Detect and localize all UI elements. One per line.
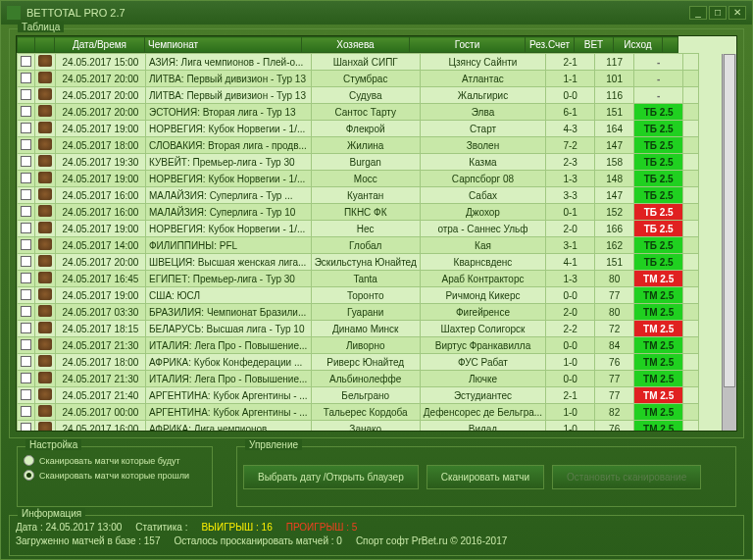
cell-result: ТМ 2.5 [634,321,683,337]
row-icon [38,72,52,83]
cell-champ: НОРВЕГИЯ: Кубок Норвегии - 1/... [146,121,312,137]
table-row[interactable]: 24.05.2017 19:00НОРВЕГИЯ: Кубок Норвегии… [18,171,699,187]
row-checkbox[interactable] [21,173,31,183]
table-row[interactable]: 24.05.2017 15:00АЗИЯ: Лига чемпионов - П… [18,54,699,71]
cell-bet: 80 [595,304,634,321]
row-checkbox[interactable] [21,223,31,233]
row-checkbox[interactable] [21,339,31,350]
table-row[interactable]: 24.05.2017 21:30ИТАЛИЯ: Лега Про - Повыш… [18,371,699,387]
table-row[interactable]: 24.05.2017 19:30КУВЕЙТ: Премьер-лига - Т… [18,154,699,171]
cell-bet: 151 [595,104,634,121]
row-checkbox[interactable] [21,373,31,383]
col-icon[interactable] [35,37,55,53]
cell-score: 2-1 [546,387,595,404]
table-row[interactable]: 24.05.2017 14:00ФИЛИППИНЫ: PFLГлобалКая3… [18,237,699,254]
cell-result: ТБ 2.5 [634,154,683,171]
row-checkbox[interactable] [21,356,31,367]
radio-future[interactable]: Сканировать матчи которые будут [24,455,206,466]
stop-button[interactable]: Остановить сканирование [552,465,701,489]
row-checkbox[interactable] [21,239,31,250]
row-icon [38,105,52,117]
table-row[interactable]: 24.05.2017 16:00МАЛАЙЗИЯ: Суперлига - Ту… [18,187,699,204]
table-row[interactable]: 24.05.2017 18:15БЕЛАРУСЬ: Высшая лига - … [18,321,699,337]
cell-score: 3-3 [546,187,595,204]
table-row[interactable]: 24.05.2017 19:00США: ЮСЛТоронтоРичмонд К… [18,287,699,304]
cell-date: 24.05.2017 20:00 [56,104,146,121]
table-row[interactable]: 24.05.2017 20:00ЛИТВА: Первый дивизион -… [18,71,699,87]
col-bet[interactable]: BET [575,37,614,53]
cell-date: 24.05.2017 21:30 [56,371,146,387]
titlebar[interactable]: BETTOTAL PRO 2.7 _ □ ✕ [1,1,752,25]
cell-champ: АЗИЯ: Лига чемпионов - Плей-о... [146,54,312,71]
cell-champ: ИТАЛИЯ: Лега Про - Повышение... [146,337,312,354]
table-row[interactable]: 24.05.2017 20:00ЛИТВА: Первый дивизион -… [18,87,699,104]
cell-date: 24.05.2017 20:00 [56,87,146,104]
col-home[interactable]: Хозяева [302,37,410,53]
row-checkbox[interactable] [21,256,31,267]
browse-button[interactable]: Выбрать дату /Открыть блаузер [243,465,419,489]
cell-home: Флекрой [311,121,420,137]
row-checkbox[interactable] [21,306,31,317]
table-row[interactable]: 24.05.2017 19:00НОРВЕГИЯ: Кубок Норвегии… [18,121,699,137]
row-checkbox[interactable] [21,89,31,100]
row-checkbox[interactable] [21,106,31,117]
row-checkbox[interactable] [21,423,31,433]
cell-date: 24.05.2017 15:00 [56,54,146,71]
table-row[interactable]: 24.05.2017 03:30БРАЗИЛИЯ: Чемпионат Браз… [18,304,699,321]
row-icon [38,388,52,400]
col-champ[interactable]: Чемпионат [145,37,302,53]
row-checkbox[interactable] [21,123,31,133]
col-date[interactable]: Дата/Время [55,37,145,53]
row-checkbox[interactable] [21,406,31,417]
cell-bet: 117 [595,54,634,71]
table-group-label: Таблица [18,22,64,32]
cell-result: - [634,54,683,71]
cell-result: ТМ 2.5 [634,387,683,404]
cell-home: Гуарани [311,304,420,321]
table-row[interactable]: 24.05.2017 21:40АРГЕНТИНА: Кубок Аргенти… [18,387,699,404]
cell-bet: 76 [595,354,634,371]
cell-score: 7-2 [546,137,595,154]
table-row[interactable]: 24.05.2017 19:00НОРВЕГИЯ: Кубок Норвегии… [18,221,699,237]
table-row[interactable]: 24.05.2017 16:00МАЛАЙЗИЯ: Суперлига - Ту… [18,204,699,221]
row-checkbox[interactable] [21,206,31,217]
table-row[interactable]: 24.05.2017 16:45ЕГИПЕТ: Премьер-лига - Т… [18,271,699,287]
row-checkbox[interactable] [21,56,31,67]
row-checkbox[interactable] [21,323,31,333]
scan-button[interactable]: Сканировать матчи [427,465,544,489]
table-row[interactable]: 24.05.2017 21:30ИТАЛИЯ: Лега Про - Повыш… [18,337,699,354]
cell-home: Burgan [311,154,420,171]
cell-home: Альбинолеффе [311,371,420,387]
radio-icon[interactable] [24,455,34,466]
col-score[interactable]: Рез.Счет [526,37,575,53]
cell-home: Шанхай СИПГ [311,54,420,71]
maximize-icon[interactable]: □ [709,6,727,20]
close-icon[interactable]: ✕ [728,6,746,20]
cell-bet: 80 [595,271,634,287]
row-checkbox[interactable] [21,273,31,283]
col-result[interactable]: Исход [614,37,663,53]
row-checkbox[interactable] [21,156,31,167]
row-checkbox[interactable] [21,189,31,200]
table-row[interactable]: 24.05.2017 20:00ШВЕЦИЯ: Высшая женская л… [18,254,699,271]
scrollbar-thumb[interactable] [724,54,735,387]
table-row[interactable]: 24.05.2017 18:00АФРИКА: Кубок Конфедерац… [18,354,699,371]
cell-away: Элва [420,104,545,121]
table-row[interactable]: 24.05.2017 00:00АРГЕНТИНА: Кубок Аргенти… [18,404,699,421]
row-checkbox[interactable] [21,289,31,300]
cell-result: - [634,87,683,104]
radio-icon[interactable] [24,470,34,481]
table-row[interactable]: 24.05.2017 18:00СЛОВАКИЯ: Вторая лига - … [18,137,699,154]
remain-label: Осталось просканировать матчей : [174,535,333,546]
vertical-scrollbar[interactable] [722,54,736,431]
radio-past[interactable]: Сканировать матчи которые прошли [24,470,206,481]
row-checkbox[interactable] [21,139,31,150]
row-checkbox[interactable] [21,389,31,400]
col-away[interactable]: Гости [410,37,526,53]
table-row[interactable]: 24.05.2017 16:00АФРИКА: Лига чемпионовЗа… [18,421,699,433]
row-checkbox[interactable] [21,73,31,83]
table-row[interactable]: 24.05.2017 20:00ЭСТОНИЯ: Вторая лига - Т… [18,104,699,121]
cell-away: Цзянсу Сайнти [420,54,545,71]
minimize-icon[interactable]: _ [689,6,707,20]
col-check[interactable] [18,37,35,53]
